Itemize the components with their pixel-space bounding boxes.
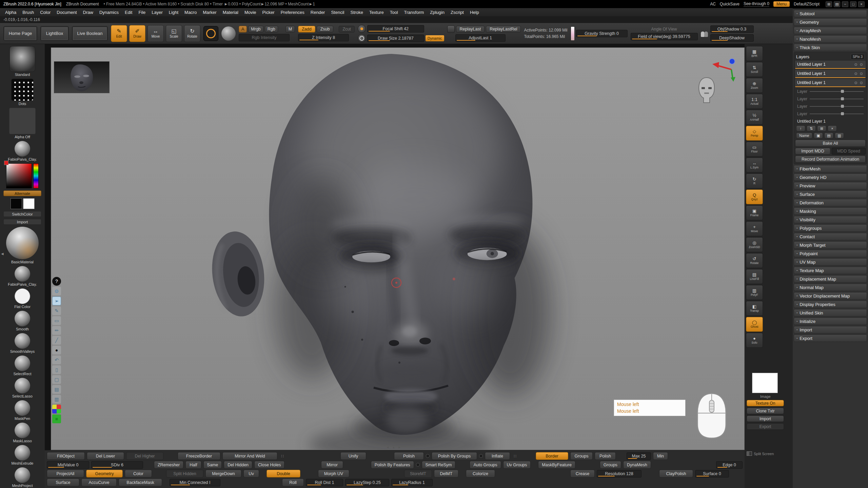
hue-strip[interactable]: [33, 163, 39, 188]
empty-layer-row[interactable]: Layer: [795, 103, 866, 110]
home-page-button[interactable]: Home Page: [3, 26, 37, 41]
mrgb-button[interactable]: Mrgb: [248, 26, 263, 33]
panel-section-header[interactable]: ArrayMesh: [794, 27, 867, 34]
layer-slider-track[interactable]: [810, 106, 864, 107]
switch-color-button[interactable]: SwitchColor: [3, 211, 41, 217]
menu-item[interactable]: File: [135, 9, 149, 16]
canvas-tool-button[interactable]: ╱: [52, 336, 61, 345]
menu-item[interactable]: Help: [467, 9, 482, 16]
panel-section-header[interactable]: Polygroups: [794, 224, 867, 232]
shelf-button[interactable]: ⇅ Scroll: [746, 62, 763, 77]
zadd-button[interactable]: Zadd: [298, 26, 315, 33]
menu-item[interactable]: Render: [308, 9, 328, 16]
shelf-button[interactable]: ◎ ZoomSD: [746, 237, 763, 252]
merge-down-button[interactable]: MergeDown: [205, 470, 241, 477]
layers-header[interactable]: Layers SPix 3: [795, 54, 866, 60]
color-import-button[interactable]: Import: [3, 219, 41, 225]
inflate-button[interactable]: Inflate: [485, 452, 510, 460]
accu-curve-button[interactable]: AccuCurve: [81, 479, 117, 486]
uv-button[interactable]: Uv: [243, 470, 259, 477]
window-control-button[interactable]: ▤: [834, 1, 840, 7]
mode-button[interactable]: ↻ Rotate: [184, 25, 200, 42]
auto-groups-button[interactable]: Auto Groups: [470, 461, 501, 469]
replay-last-button[interactable]: ReplayLast: [456, 26, 485, 33]
lazy-step-slider[interactable]: LazyStep 0.25: [345, 479, 389, 486]
menu-item[interactable]: Zscript: [448, 9, 467, 16]
colorize-button[interactable]: Colorize: [466, 470, 495, 477]
shelf-button[interactable]: + Move: [746, 221, 763, 236]
brush-preview-icon[interactable]: [203, 26, 218, 41]
main-color-swatch[interactable]: [11, 198, 22, 209]
mode-button[interactable]: ◱ Scale: [166, 25, 182, 42]
panel-section-header[interactable]: Texture Map: [794, 267, 867, 274]
palette-item[interactable]: Alpha Off: [9, 108, 36, 139]
shelf-button[interactable]: ↻ R: [746, 174, 763, 188]
texture-preview[interactable]: [752, 373, 778, 393]
panel-section-header[interactable]: Normal Map: [794, 284, 867, 291]
zsub-button[interactable]: Zsub: [317, 26, 334, 33]
shelf-button[interactable]: ◧ Transp: [746, 301, 763, 316]
polish-mode-dot[interactable]: [426, 454, 430, 458]
replay-last-rel-button[interactable]: ReplayLastRel: [486, 26, 521, 33]
polish-groups-mode-dot[interactable]: [479, 454, 483, 458]
layer-tool-button[interactable]: ×: [828, 125, 837, 131]
menu-item[interactable]: Draw: [80, 9, 96, 16]
menu-item[interactable]: Material: [220, 9, 241, 16]
panel-section-header[interactable]: Preview: [794, 182, 867, 189]
palette-item[interactable]: Smooth: [15, 311, 30, 331]
record-deformation-button[interactable]: Record Deformation Animation: [795, 156, 866, 163]
menu-item[interactable]: Edit: [122, 9, 135, 16]
layer-slider-track[interactable]: [810, 91, 864, 92]
rgb-button[interactable]: Rgb: [265, 26, 278, 33]
resolution-slider[interactable]: Resolution 128: [597, 470, 642, 477]
shelf-button[interactable]: ◇ Persp: [746, 126, 763, 141]
menu-item[interactable]: Marker: [200, 9, 219, 16]
see-through-slider[interactable]: See-through 0: [744, 1, 769, 7]
shelf-button[interactable]: ⊕ Zoom: [746, 78, 763, 93]
panel-section-header[interactable]: UV Map: [794, 258, 867, 266]
shelf-button[interactable]: ▥ PolyF: [746, 285, 763, 300]
palette-item[interactable]: Flat Color: [14, 288, 31, 309]
polish-button[interactable]: Polish: [394, 452, 424, 460]
sculpted-head-model[interactable]: [51, 48, 744, 450]
dynamic-toggle[interactable]: Dynamic: [426, 35, 444, 41]
menu-item[interactable]: Macro: [181, 9, 200, 16]
panel-section-header[interactable]: Vector Displacement Map: [794, 292, 867, 300]
layer-row[interactable]: Untitled Layer 1: [795, 79, 866, 87]
unify-button[interactable]: Unify: [340, 452, 366, 460]
texture-on-button[interactable]: Texture On: [747, 400, 784, 406]
menu-item[interactable]: Dynamics: [96, 9, 122, 16]
adjust-last-slider[interactable]: AdjustLast 1: [455, 34, 506, 42]
canvas-tool-button[interactable]: ✏: [52, 326, 61, 335]
max-slider[interactable]: Max 25: [627, 452, 651, 460]
shelf-button[interactable]: 1:1 Actual: [746, 94, 763, 109]
store-mt-button[interactable]: StoreMT: [404, 470, 432, 477]
palette-item[interactable]: BasicMaterial: [6, 227, 39, 264]
camera-head-icon[interactable]: [696, 76, 717, 104]
menu-item[interactable]: Layer: [149, 9, 166, 16]
menu-item[interactable]: Tool: [387, 9, 401, 16]
panel-section-header[interactable]: Surface: [794, 190, 867, 198]
surface-button[interactable]: Surface: [47, 479, 79, 486]
layer-tool-button[interactable]: ▣: [814, 133, 823, 139]
same-button[interactable]: Same: [203, 461, 222, 469]
shelf-button[interactable]: ● Solo: [746, 333, 763, 348]
focal-shift-slider[interactable]: Focal Shift 42: [367, 25, 424, 33]
canvas-tool-button[interactable]: ⊙: [52, 287, 61, 296]
document-canvas[interactable]: ? ⊙ ➢ ✎ ▭ ✏ ╱: [51, 47, 745, 450]
z-intensity-slider[interactable]: Z Intensity 8: [298, 34, 349, 41]
color-button[interactable]: Color: [125, 470, 152, 477]
freeze-border-button[interactable]: FreezeBorder: [178, 452, 220, 460]
del-mt-button[interactable]: DelMT: [434, 470, 458, 477]
stroke-preview-icon[interactable]: [221, 26, 236, 41]
mirror-button[interactable]: Mirror: [321, 461, 343, 469]
m-button[interactable]: M: [285, 26, 295, 33]
half-button[interactable]: Half: [185, 461, 201, 469]
menu-item[interactable]: Texture: [366, 9, 387, 16]
head-thumbnail[interactable]: [54, 61, 110, 93]
shelf-button[interactable]: ▤ LineFill: [746, 269, 763, 284]
palette-item[interactable]: SelectLasso: [12, 378, 33, 398]
menu-item[interactable]: Picker: [259, 9, 278, 16]
polish-features-mode-dot[interactable]: [416, 463, 420, 467]
close-holes-button[interactable]: Close Holes: [254, 461, 284, 469]
